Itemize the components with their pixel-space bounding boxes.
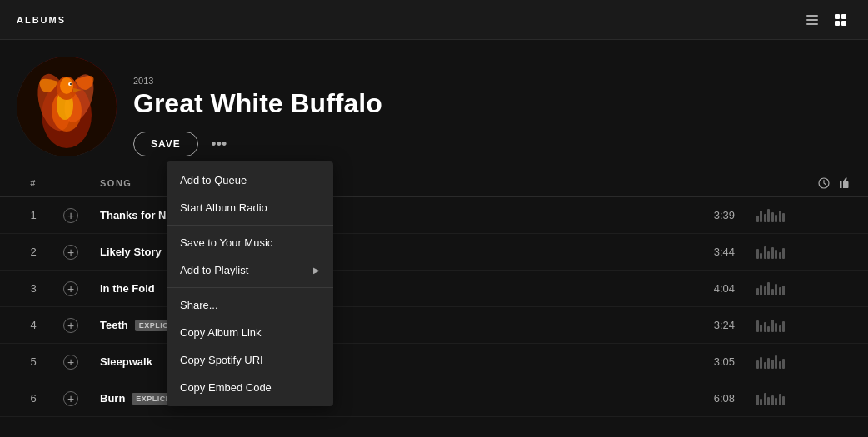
bar <box>764 393 766 405</box>
track-number: 4 <box>17 319 50 331</box>
bar <box>767 397 770 405</box>
copy-embed-code-item[interactable]: Copy Embed Code <box>167 374 333 401</box>
tracks-container: 1 + Thanks for Nothing 3:39 2 + Likely S… <box>0 197 868 417</box>
svg-rect-5 <box>835 21 840 26</box>
bar <box>760 325 762 332</box>
bar <box>767 326 770 332</box>
track-row: 3 + In the Fold 4:04 <box>0 271 868 307</box>
add-track-button[interactable]: + <box>63 245 78 260</box>
album-actions: SAVE ••• Add to Queue Start Album Radio … <box>133 132 851 156</box>
track-name: In the Fold <box>92 282 155 295</box>
track-number: 3 <box>17 282 50 295</box>
album-art-image <box>17 57 117 156</box>
bar <box>760 253 762 259</box>
track-popularity-bars <box>735 355 785 369</box>
bar <box>779 211 781 222</box>
bar <box>771 212 774 222</box>
bar <box>756 249 759 259</box>
bar <box>767 282 770 295</box>
list-icon <box>805 12 820 27</box>
track-add[interactable]: + <box>50 208 92 223</box>
bar <box>775 323 777 332</box>
add-track-button[interactable]: + <box>63 391 78 406</box>
svg-point-16 <box>70 83 72 85</box>
bar <box>779 252 781 259</box>
divider-2 <box>167 287 333 288</box>
grid-view-button[interactable] <box>830 9 851 31</box>
grid-icon <box>833 12 848 27</box>
divider-1 <box>167 225 333 226</box>
track-popularity-bars <box>735 209 785 222</box>
bar <box>760 211 762 222</box>
track-add[interactable]: + <box>50 318 92 333</box>
album-info: 2013 Great White Buffalo SAVE ••• Add to… <box>133 76 851 156</box>
col-num-header: # <box>17 178 50 188</box>
add-to-queue-item[interactable]: Add to Queue <box>167 166 333 194</box>
bar <box>771 247 774 259</box>
bar <box>764 322 766 332</box>
track-row: 5 + Sleepwalk 3:05 <box>0 344 868 380</box>
track-add[interactable]: + <box>50 245 92 260</box>
bar <box>756 320 759 332</box>
view-toggle <box>801 9 851 31</box>
track-row: 1 + Thanks for Nothing 3:39 <box>0 197 868 234</box>
track-list-header: # SONG <box>0 170 868 197</box>
bar <box>779 361 781 369</box>
svg-rect-0 <box>806 15 818 17</box>
page-title: ALBUMS <box>17 15 66 25</box>
bar <box>764 362 766 369</box>
save-button[interactable]: SAVE <box>133 132 198 156</box>
add-track-button[interactable]: + <box>63 318 78 333</box>
bar <box>767 358 770 369</box>
list-view-button[interactable] <box>801 9 823 31</box>
track-number: 5 <box>17 355 50 368</box>
copy-album-link-item[interactable]: Copy Album Link <box>167 319 333 346</box>
track-popularity-bars <box>735 246 785 259</box>
bar <box>775 250 777 259</box>
bar <box>771 395 774 405</box>
bar <box>771 320 774 332</box>
album-art <box>17 57 117 156</box>
bar <box>764 214 766 222</box>
svg-rect-2 <box>806 23 818 25</box>
track-add[interactable]: + <box>50 355 92 370</box>
save-to-music-item[interactable]: Save to Your Music <box>167 229 333 256</box>
thumbs-up-icon <box>838 176 851 190</box>
bar <box>775 215 777 222</box>
bar <box>775 398 777 405</box>
track-popularity-bars <box>735 319 785 332</box>
add-track-button[interactable]: + <box>63 355 78 370</box>
track-number: 6 <box>17 392 50 405</box>
add-track-button[interactable]: + <box>63 281 78 296</box>
bar <box>764 246 766 259</box>
bar <box>782 359 785 369</box>
track-time: 4:04 <box>714 282 735 295</box>
track-name: Likely Story <box>92 246 162 258</box>
bar <box>782 321 785 332</box>
add-track-button[interactable]: + <box>63 208 78 223</box>
svg-rect-4 <box>841 14 846 19</box>
copy-spotify-uri-item[interactable]: Copy Spotify URI <box>167 346 333 374</box>
track-popularity-bars <box>735 282 785 295</box>
submenu-arrow: ▶ <box>313 266 320 275</box>
bar <box>767 209 770 222</box>
track-name: Teeth <box>92 319 128 331</box>
share-item[interactable]: Share... <box>167 291 333 319</box>
album-section: 2013 Great White Buffalo SAVE ••• Add to… <box>0 40 868 170</box>
bar <box>779 325 781 332</box>
bar <box>767 251 770 259</box>
add-to-playlist-item[interactable]: Add to Playlist ▶ <box>167 256 333 284</box>
track-popularity-bars <box>735 392 785 405</box>
track-add[interactable]: + <box>50 281 92 296</box>
track-add[interactable]: + <box>50 391 92 406</box>
context-menu: Add to Queue Start Album Radio Save to Y… <box>167 161 333 406</box>
bar <box>782 286 785 295</box>
start-album-radio-item[interactable]: Start Album Radio <box>167 194 333 221</box>
bar <box>760 285 762 295</box>
track-number: 1 <box>17 209 50 221</box>
more-options-button[interactable]: ••• <box>207 132 232 156</box>
album-art-svg <box>17 57 117 156</box>
track-time: 3:39 <box>714 209 735 221</box>
track-number: 2 <box>17 246 50 258</box>
track-name: Burn <box>92 392 125 405</box>
